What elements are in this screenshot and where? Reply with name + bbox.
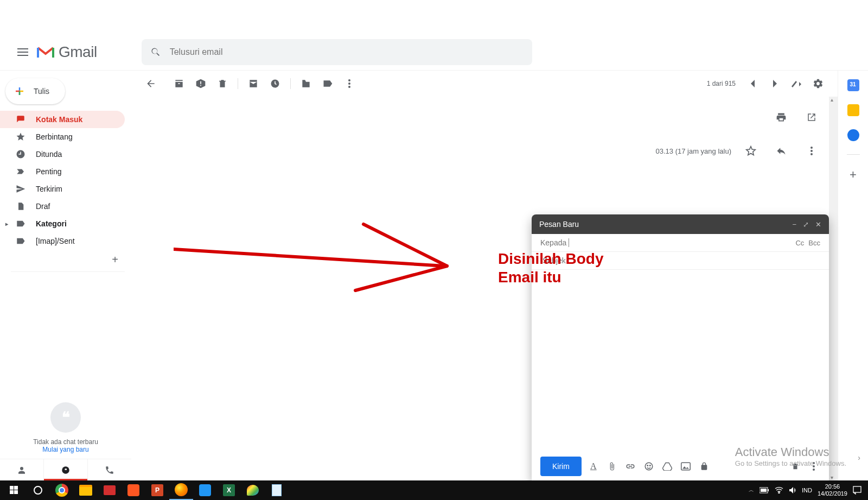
message-header-actions (131, 97, 838, 132)
addons-panel: 31 + (838, 71, 868, 480)
sidebar-item-categories[interactable]: Kategori (0, 215, 125, 232)
nav-label: Kotak Masuk (36, 115, 82, 124)
confidential-button[interactable] (698, 460, 711, 473)
mail-toolbar: 1 dari 915 (131, 71, 838, 97)
taskbar-app-red[interactable] (98, 480, 122, 500)
attach-button[interactable] (605, 460, 618, 473)
app-name: Gmail (59, 43, 97, 61)
taskbar-explorer[interactable] (74, 480, 98, 500)
search-input[interactable] (170, 47, 524, 57)
settings-button[interactable] (807, 73, 829, 94)
sidebar-item-sent[interactable]: Terkirim (0, 180, 125, 198)
search-box[interactable] (142, 39, 532, 65)
compose-title-bar[interactable]: Pesan Baru − ⤢ ✕ (532, 214, 829, 234)
sidebar: Tulis Kotak Masuk Berbintang Ditunda Pen… (0, 71, 131, 480)
prev-button[interactable] (742, 73, 764, 94)
sidebar-item-drafts[interactable]: Draf (0, 198, 125, 215)
taskbar-app-orange[interactable] (122, 480, 145, 500)
snooze-button[interactable] (264, 73, 286, 94)
taskbar-notepad[interactable] (265, 480, 289, 500)
star-icon (15, 132, 26, 142)
photo-button[interactable] (679, 460, 692, 473)
wifi-icon[interactable] (775, 487, 783, 493)
notifications-button[interactable] (853, 486, 861, 495)
taskbar-app-blue[interactable] (193, 480, 217, 500)
sidebar-item-starred[interactable]: Berbintang (0, 128, 125, 145)
language-indicator[interactable]: IND (802, 487, 812, 493)
svg-rect-19 (10, 486, 14, 490)
volume-icon[interactable] (789, 486, 796, 494)
link-button[interactable] (624, 460, 637, 473)
taskbar-excel[interactable]: X (217, 480, 241, 500)
drive-button[interactable] (661, 460, 674, 473)
star-toggle[interactable] (740, 140, 762, 162)
hangouts-tab-contacts[interactable] (0, 459, 43, 480)
labels-button[interactable] (317, 73, 339, 94)
start-button[interactable] (2, 480, 26, 500)
formatting-button[interactable]: A (587, 460, 600, 473)
open-new-button[interactable] (801, 106, 822, 128)
hangouts-new-chat-link[interactable]: Mulai yang baru (0, 446, 131, 453)
svg-point-10 (647, 465, 648, 466)
sidebar-item-snoozed[interactable]: Ditunda (0, 145, 125, 163)
add-label-button[interactable]: + (0, 250, 131, 269)
sidebar-item-imap-sent[interactable]: [Imap]/Sent (0, 232, 125, 250)
back-button[interactable] (140, 73, 162, 94)
svg-rect-25 (768, 489, 769, 491)
tasks-addon[interactable] (847, 129, 859, 141)
cc-button[interactable]: Cc (795, 239, 804, 247)
emoji-button[interactable] (642, 460, 655, 473)
compose-body[interactable] (532, 270, 829, 452)
scrollbar[interactable] (829, 97, 838, 480)
reply-button[interactable] (770, 140, 792, 162)
delete-button[interactable] (212, 73, 233, 94)
taskbar-chrome[interactable] (50, 480, 74, 500)
compose-button[interactable]: Tulis (5, 78, 65, 104)
fullscreen-button[interactable]: ⤢ (803, 220, 809, 229)
cortana-button[interactable] (26, 480, 50, 500)
tray-expand[interactable]: ︿ (749, 486, 754, 494)
bcc-button[interactable]: Bcc (808, 239, 820, 247)
svg-rect-12 (681, 463, 691, 470)
hamburger-icon (17, 48, 28, 56)
get-addons-button[interactable]: + (850, 168, 857, 182)
hangouts-tab-chat[interactable]: ❝ (43, 459, 88, 480)
close-button[interactable]: ✕ (815, 220, 821, 229)
taskbar-powerpoint[interactable]: P (145, 480, 169, 500)
sidebar-item-important[interactable]: Penting (0, 163, 125, 180)
toolbar-right: 1 dari 915 (707, 73, 829, 94)
nav-label: Draf (36, 202, 50, 211)
taskbar-clock[interactable]: 20:56 14/02/2019 (818, 483, 847, 497)
svg-point-9 (645, 463, 653, 470)
compose-title: Pesan Baru (539, 220, 579, 229)
search-icon (150, 47, 161, 58)
spam-button[interactable] (190, 73, 212, 94)
gmail-logo[interactable]: Gmail (37, 43, 97, 61)
move-button[interactable] (295, 73, 317, 94)
battery-icon[interactable] (760, 487, 769, 493)
input-tools-button[interactable] (786, 73, 807, 94)
svg-point-27 (778, 492, 780, 493)
more-button[interactable] (339, 73, 360, 94)
hangouts-tab-phone[interactable] (88, 459, 131, 480)
print-button[interactable] (770, 106, 792, 128)
to-input[interactable] (569, 238, 795, 247)
minimize-button[interactable]: − (792, 220, 796, 229)
next-button[interactable] (764, 73, 786, 94)
send-button[interactable]: Kirim (540, 457, 582, 476)
archive-button[interactable] (168, 73, 190, 94)
main-menu-button[interactable] (10, 39, 36, 65)
mark-unread-button[interactable] (242, 73, 264, 94)
draft-icon (15, 201, 26, 211)
sidebar-item-inbox[interactable]: Kotak Masuk (0, 111, 125, 128)
taskbar-firefox[interactable] (169, 480, 193, 500)
calendar-addon[interactable]: 31 (847, 79, 859, 91)
side-panel-toggle[interactable]: › (858, 453, 860, 462)
taskbar-paint[interactable] (241, 480, 265, 500)
compose-label: Tulis (34, 87, 49, 96)
nav-label: Terkirim (36, 185, 62, 193)
keep-addon[interactable] (847, 104, 859, 116)
svg-point-4 (348, 83, 350, 85)
more-menu-button[interactable] (801, 140, 822, 162)
hangouts-tabs: ❝ (0, 459, 131, 480)
